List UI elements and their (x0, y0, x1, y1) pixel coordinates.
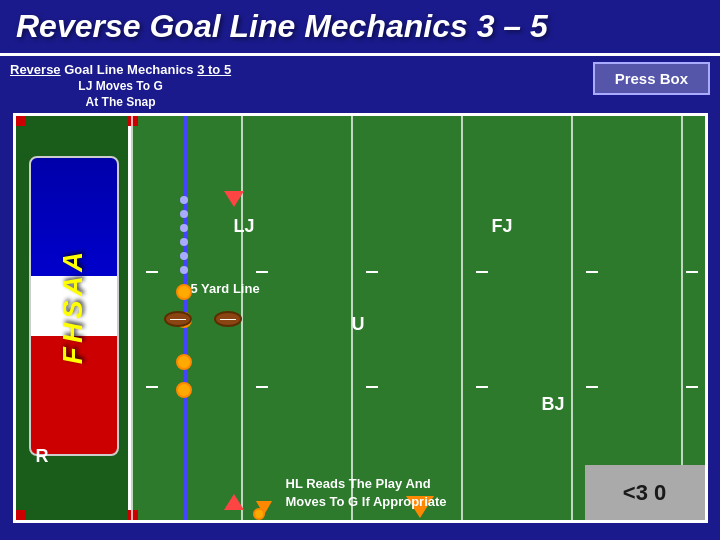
hash-2 (256, 271, 268, 273)
corner-sq-bl (16, 510, 26, 520)
dot-1 (180, 196, 188, 204)
fhsaa-text: FHSAA (58, 248, 90, 364)
football-shape (164, 311, 192, 327)
hash-3 (366, 271, 378, 273)
official-dot-small-bottom (253, 508, 265, 520)
yard-line-5 (571, 116, 573, 520)
fhsaa-logo: FHSAA (24, 136, 124, 476)
arrow-lj-down (224, 191, 244, 207)
dot-4 (180, 238, 188, 246)
bj-label: BJ (542, 394, 565, 415)
hash-l3 (366, 386, 378, 388)
yard-line-4 (461, 116, 463, 520)
football-shape-2 (214, 311, 242, 327)
page-title: Reverse Goal Line Mechanics 3 – 5 (16, 8, 704, 45)
hash-l5 (586, 386, 598, 388)
dot-5 (180, 252, 188, 260)
bottom-box: <3 0 (585, 465, 705, 520)
dot-3 (180, 224, 188, 232)
corner-sq-tl (16, 116, 26, 126)
subtitle-reverse: Reverse (10, 62, 61, 77)
header-row: Reverse Goal Line Mechanics 3 to 5 LJ Mo… (10, 62, 710, 109)
dot-6 (180, 266, 188, 274)
arrow-hl-up (224, 494, 244, 510)
moves-text: LJ Moves To G (10, 79, 231, 93)
five-yard-line-label: 5 Yard Line (191, 281, 260, 296)
lj-label: LJ (234, 216, 255, 237)
fhsaa-inner: FHSAA (29, 156, 119, 456)
hash-6 (686, 271, 698, 273)
official-dot-top (176, 284, 192, 300)
title-bar: Reverse Goal Line Mechanics 3 – 5 (0, 0, 720, 56)
fj-label: FJ (492, 216, 513, 237)
hash-l2 (256, 386, 268, 388)
subtitle-text: Reverse Goal Line Mechanics 3 to 5 (10, 62, 231, 77)
hash-l1 (146, 386, 158, 388)
hash-1 (146, 271, 158, 273)
corner-sq-br (128, 510, 138, 520)
hash-4 (476, 271, 488, 273)
yard-line-6 (681, 116, 683, 520)
subtitle-345: 3 to 5 (197, 62, 231, 77)
at-snap-text: At The Snap (10, 95, 231, 109)
corner-sq-tr (128, 116, 138, 126)
football-icon (164, 311, 242, 331)
yard-line-1 (131, 116, 133, 520)
official-dot-bottom1 (176, 354, 192, 370)
subtitle-area: Reverse Goal Line Mechanics 3 to 5 LJ Mo… (10, 62, 231, 109)
hash-l6 (686, 386, 698, 388)
bottom-box-text: <3 0 (623, 480, 666, 506)
press-box-label: Press Box (615, 70, 688, 87)
press-box-badge: Press Box (593, 62, 710, 95)
movement-dots (176, 196, 192, 398)
official-dot-bottom2 (176, 382, 192, 398)
main-content: Reverse Goal Line Mechanics 3 to 5 LJ Mo… (0, 56, 720, 540)
hl-reads-text: HL Reads The Play And (286, 476, 431, 491)
subtitle-goal: Goal Line Mechanics (64, 62, 197, 77)
moves-to-g-text: Moves To G If Appropriate (286, 494, 447, 509)
hash-5 (586, 271, 598, 273)
field-container: FHSAA 5 Yard Line (13, 113, 708, 523)
dot-2 (180, 210, 188, 218)
u-label: U (352, 314, 365, 335)
hash-l4 (476, 386, 488, 388)
r-label: R (36, 446, 49, 467)
